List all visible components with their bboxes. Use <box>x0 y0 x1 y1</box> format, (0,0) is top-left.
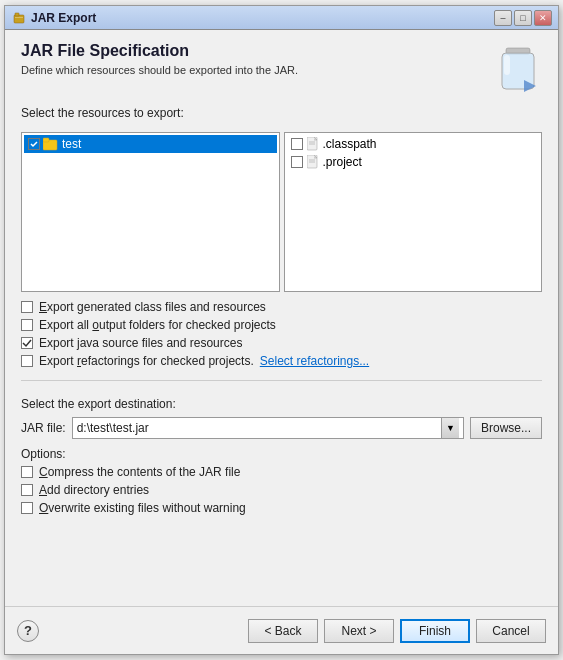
next-button[interactable]: Next > <box>324 619 394 643</box>
project-label: .project <box>323 155 362 169</box>
jar-file-combo[interactable]: d:\test\test.jar ▼ <box>72 417 464 439</box>
title-bar: JAR Export – □ ✕ <box>5 6 558 30</box>
minimize-button[interactable]: – <box>494 10 512 26</box>
tree-panel[interactable]: test <box>21 132 280 292</box>
compress-checkbox[interactable] <box>21 466 33 478</box>
resources-label: Select the resources to export: <box>21 106 542 120</box>
svg-rect-5 <box>504 55 510 75</box>
destination-section: Select the export destination: JAR file:… <box>21 397 542 515</box>
select-refactorings-link[interactable]: Select refactorings... <box>260 354 369 368</box>
export-output-checkbox[interactable] <box>21 319 33 331</box>
file-icon-project <box>307 155 319 169</box>
page-title: JAR File Specification <box>21 42 494 60</box>
project-checkbox[interactable] <box>291 156 303 168</box>
title-bar-text: JAR Export <box>31 11 494 25</box>
divider-1 <box>21 380 542 381</box>
svg-rect-1 <box>15 13 19 16</box>
export-java-row[interactable]: Export java source files and resources <box>21 336 542 350</box>
export-output-label: Export all output folders for checked pr… <box>39 318 276 332</box>
classpath-checkbox[interactable] <box>291 138 303 150</box>
browse-button[interactable]: Browse... <box>470 417 542 439</box>
jar-export-window: JAR Export – □ ✕ JAR File Specification … <box>4 5 559 655</box>
tree-item-label: test <box>62 137 81 151</box>
destination-label: Select the export destination: <box>21 397 542 411</box>
cancel-button[interactable]: Cancel <box>476 619 546 643</box>
add-dir-row[interactable]: Add directory entries <box>21 483 542 497</box>
jar-file-label: JAR file: <box>21 421 66 435</box>
export-refactor-label: Export refactorings for checked projects… <box>39 354 254 368</box>
file-options-section: Compress the contents of the JAR file Ad… <box>21 465 542 515</box>
svg-rect-2 <box>15 17 23 18</box>
bottom-bar: ? < Back Next > Finish Cancel <box>5 606 558 654</box>
export-class-checkbox[interactable] <box>21 301 33 313</box>
jar-file-row: JAR file: d:\test\test.jar ▼ Browse... <box>21 417 542 439</box>
svg-rect-9 <box>43 138 49 142</box>
export-class-label: Export generated class files and resourc… <box>39 300 266 314</box>
title-bar-icon <box>11 10 27 26</box>
overwrite-row[interactable]: Overwrite existing files without warning <box>21 501 542 515</box>
header-section: JAR File Specification Define which reso… <box>21 42 542 94</box>
compress-row[interactable]: Compress the contents of the JAR file <box>21 465 542 479</box>
export-class-row[interactable]: Export generated class files and resourc… <box>21 300 542 314</box>
bottom-right: < Back Next > Finish Cancel <box>248 619 546 643</box>
export-refactor-row[interactable]: Export refactorings for checked projects… <box>21 354 542 368</box>
export-refactor-checkbox[interactable] <box>21 355 33 367</box>
close-button[interactable]: ✕ <box>534 10 552 26</box>
header-text: JAR File Specification Define which reso… <box>21 42 494 76</box>
add-dir-checkbox[interactable] <box>21 484 33 496</box>
jar-file-value: d:\test\test.jar <box>77 421 441 435</box>
file-item-project[interactable]: .project <box>287 153 540 171</box>
resources-panel: test .classpath <box>21 132 542 292</box>
file-item-classpath[interactable]: .classpath <box>287 135 540 153</box>
classpath-label: .classpath <box>323 137 377 151</box>
export-output-row[interactable]: Export all output folders for checked pr… <box>21 318 542 332</box>
maximize-button[interactable]: □ <box>514 10 532 26</box>
overwrite-label: Overwrite existing files without warning <box>39 501 246 515</box>
help-button[interactable]: ? <box>17 620 39 642</box>
file-options-label: Options: <box>21 447 542 461</box>
content-area: JAR File Specification Define which reso… <box>5 30 558 606</box>
export-java-checkbox[interactable] <box>21 337 33 349</box>
file-icon-classpath <box>307 137 319 151</box>
tree-item-test[interactable]: test <box>24 135 277 153</box>
compress-label: Compress the contents of the JAR file <box>39 465 240 479</box>
tree-item-checkbox[interactable] <box>28 138 40 150</box>
combo-arrow-icon[interactable]: ▼ <box>441 418 459 438</box>
finish-button[interactable]: Finish <box>400 619 470 643</box>
jar-icon <box>494 42 542 94</box>
overwrite-checkbox[interactable] <box>21 502 33 514</box>
export-java-label: Export java source files and resources <box>39 336 242 350</box>
title-bar-controls: – □ ✕ <box>494 10 552 26</box>
bottom-left: ? <box>17 620 39 642</box>
add-dir-label: Add directory entries <box>39 483 149 497</box>
folder-icon <box>43 137 59 151</box>
export-options-section: Export generated class files and resourc… <box>21 300 542 368</box>
file-list-panel[interactable]: .classpath .project <box>284 132 543 292</box>
page-subtitle: Define which resources should be exporte… <box>21 64 494 76</box>
back-button[interactable]: < Back <box>248 619 318 643</box>
